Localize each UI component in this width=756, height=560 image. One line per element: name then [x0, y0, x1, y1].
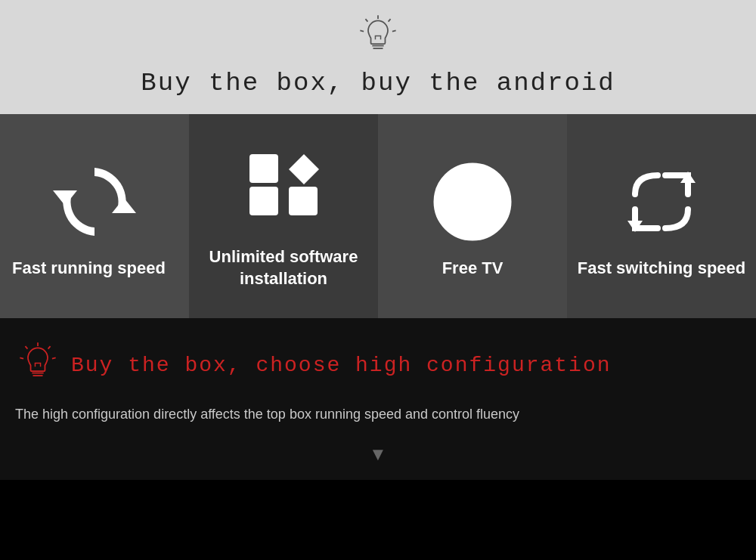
bottom-section: Buy the box, choose high configuration T…: [0, 318, 756, 480]
down-arrow: ▼: [15, 444, 741, 465]
features-grid: Fast running speed Unlimited software in…: [0, 114, 756, 318]
bulb-icon-top: [355, 14, 401, 63]
feature-fast-running-label: Fast running speed: [9, 258, 166, 280]
top-section: Buy the box, buy the android: [0, 0, 756, 114]
top-tagline: Buy the box, buy the android: [141, 69, 615, 97]
svg-line-1: [389, 19, 391, 22]
switch-icon: [616, 156, 707, 247]
bottom-tagline: Buy the box, choose high configuration: [71, 354, 612, 377]
bulb-icon-bottom: [15, 341, 60, 390]
svg-rect-9: [249, 187, 278, 215]
feature-fast-switching: Fast switching speed: [567, 114, 756, 318]
svg-rect-12: [289, 187, 318, 215]
svg-line-19: [48, 346, 51, 349]
svg-marker-7: [112, 198, 136, 213]
feature-free-tv: ¥ Free TV: [378, 114, 567, 318]
bottom-header: Buy the box, choose high configuration: [15, 341, 741, 390]
svg-line-20: [25, 346, 27, 349]
svg-marker-11: [289, 154, 319, 184]
svg-line-22: [20, 357, 23, 358]
svg-line-3: [392, 30, 396, 31]
svg-line-21: [52, 357, 56, 358]
sync-icon: [49, 156, 140, 247]
svg-rect-10: [249, 154, 278, 183]
feature-fast-running: Fast running speed: [0, 114, 189, 318]
apps-icon: [238, 145, 329, 236]
bottom-description: The high configuration directly affects …: [15, 404, 741, 425]
svg-line-4: [360, 30, 364, 31]
feature-unlimited-software-label: Unlimited software installation: [198, 246, 369, 289]
svg-line-2: [365, 19, 367, 22]
feature-free-tv-label: Free TV: [442, 258, 503, 280]
arrow-down-icon: ▼: [369, 444, 387, 465]
feature-unlimited-software: Unlimited software installation: [189, 114, 378, 318]
svg-marker-8: [53, 190, 77, 206]
no-yen-icon: ¥: [427, 156, 518, 247]
feature-fast-switching-label: Fast switching speed: [578, 258, 746, 280]
